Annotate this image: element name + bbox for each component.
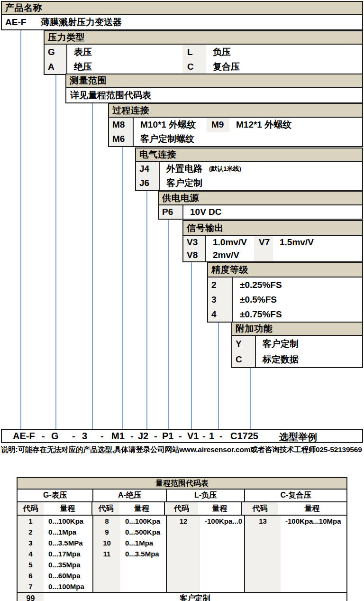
range-cell: 0...100Kpa <box>120 516 166 527</box>
option-label: 复合压 <box>206 59 362 74</box>
option-label: 客户定制 <box>160 176 362 190</box>
section-additional-function: 附加功能 Y 客户定制 C 标定数据 <box>231 322 363 368</box>
additional-function-header: 附加功能 <box>232 323 362 336</box>
code-cell: 1 <box>18 516 44 527</box>
range-cell: -100Kpa...10Mpa <box>281 516 346 527</box>
table-row: 30...3.5MPa <box>18 537 92 548</box>
section-measuring-range: 测量范围 详见量程范围代码表 <box>65 74 363 103</box>
code-cell: 4 <box>18 548 44 559</box>
option-code: J6 <box>136 176 160 190</box>
process-connection-header: 过程连接 <box>109 104 362 118</box>
option-label: 2mv/V <box>206 249 254 261</box>
filler-row <box>93 559 166 592</box>
option-code: 2 <box>208 277 233 292</box>
power-supply-header: 供电电源 <box>159 192 362 205</box>
example-part: C1725 <box>230 431 258 442</box>
code-cell: 11 <box>93 548 120 559</box>
pressure-type-header: 压力类型 <box>45 31 362 45</box>
group-header-l: L-负压 <box>167 490 245 501</box>
option-label: 10V DC <box>183 205 362 219</box>
range-cell-empty <box>200 527 244 592</box>
empty-cell <box>254 249 273 261</box>
code-cell: 5 <box>18 559 44 570</box>
table-row: 90...500Kpa <box>93 527 166 537</box>
table-row: 60...60Mpa <box>18 570 92 581</box>
connector-line <box>20 29 21 429</box>
table-row: 12-100Kpa...0 <box>167 516 244 527</box>
code-cell: 7 <box>18 581 44 592</box>
table-row: 13-100Kpa...10Mpa <box>245 516 346 527</box>
range-cell-empty <box>281 527 346 592</box>
range-column-header: 量程 <box>198 502 242 515</box>
code-cell: 3 <box>18 537 44 548</box>
option-label: 1.5mv/V <box>273 236 362 249</box>
code-column-header: 代码 <box>165 502 198 515</box>
example-part: 1 <box>209 431 214 442</box>
example-part: - <box>72 431 75 442</box>
table-row: 40...17Mpa <box>18 548 92 559</box>
example-part: G <box>51 431 59 442</box>
group-header-a: A-绝压 <box>93 490 167 501</box>
example-part: - <box>100 431 104 442</box>
range-table-footer: 99 客户定制 <box>18 592 346 601</box>
example-part: P1 <box>162 431 173 442</box>
option-code: 3 <box>208 292 233 307</box>
example-part: - <box>130 431 134 442</box>
example-part: - <box>179 431 182 442</box>
range-cell: 0...35Mpa <box>44 559 92 570</box>
option-code: M6 <box>109 132 134 146</box>
option-label: 客户定制 <box>256 336 362 351</box>
code-cell: 10 <box>93 537 120 548</box>
table-row: 20...1Mpa <box>18 527 92 537</box>
example-part: - <box>154 431 157 442</box>
connector-line <box>122 146 123 429</box>
code-cell: 13 <box>245 516 281 527</box>
option-label: 绝压 <box>67 59 182 74</box>
example-label: 选型举例 <box>279 431 317 444</box>
example-part: - <box>219 431 223 442</box>
section-power-supply: 供电电源 P6 10V DC <box>158 191 363 220</box>
range-cell-empty <box>120 559 166 592</box>
range-cell: -100Kpa...0 <box>200 516 244 527</box>
range-column-header: 量程 <box>278 502 346 515</box>
spacer <box>241 162 362 176</box>
example-part: 3 <box>82 431 87 442</box>
selection-sheet: 产品名称 AE-F 薄膜溅射压力变送器 压力类型 G 表压 L 负压 A 绝压 … <box>0 0 364 601</box>
table-row: 80...100Kpa <box>93 516 166 527</box>
filler-row <box>167 527 244 592</box>
code-column-header: 代码 <box>242 502 278 515</box>
table-row: 50...35Mpa <box>18 559 92 570</box>
option-code: P6 <box>159 205 183 219</box>
option-label: 客户定制螺纹 <box>134 132 362 146</box>
group-column-c: 13-100Kpa...10Mpa <box>245 516 346 592</box>
option-code: J4 <box>136 162 160 176</box>
connector-line <box>146 190 147 429</box>
option-label: 标定数据 <box>256 351 362 367</box>
option-code: V7 <box>254 236 273 249</box>
range-cell: 0...100Kpa <box>44 516 92 527</box>
product-name-header: 产品名称 <box>2 2 362 15</box>
range-cell: 0...1Mpa <box>44 527 92 537</box>
section-accuracy-class: 精度等级 2 ±0.25%FS 3 ±0.5%FS 4 ±0.75%FS <box>207 262 363 323</box>
product-title: 薄膜溅射压力变送器 <box>41 15 362 29</box>
range-table-title: 量程范围代码表 <box>18 478 346 490</box>
measuring-range-note: 详见量程范围代码表 <box>66 88 362 102</box>
group-column-l: 12-100Kpa...0 <box>167 516 245 592</box>
group-column-a: 80...100Kpa 90...500Kpa 100...1Mpa 110..… <box>93 516 167 592</box>
footer-label: 客户定制 <box>44 593 346 601</box>
group-column-g: 10...100Kpa 20...1Mpa 30...3.5MPa 40...1… <box>18 516 93 592</box>
example-part: M1 <box>111 431 125 442</box>
range-cell: 0...17Mpa <box>44 548 92 559</box>
range-cell: 0...3.5Mpa <box>120 548 166 559</box>
measuring-range-header: 测量范围 <box>66 74 362 88</box>
empty-cell <box>273 249 362 261</box>
option-label: ±0.75%FS <box>233 307 362 322</box>
range-cell: 0...100Mpa <box>44 581 92 592</box>
option-code: V8 <box>183 249 206 261</box>
code-cell-empty <box>93 559 120 592</box>
signal-output-header: 信号输出 <box>183 221 362 236</box>
section-product-name: 产品名称 AE-F 薄膜溅射压力变送器 <box>1 1 363 30</box>
connector-line <box>218 322 219 429</box>
table-row: 110...3.5Mpa <box>93 548 166 559</box>
example-part: V1 <box>187 431 199 442</box>
